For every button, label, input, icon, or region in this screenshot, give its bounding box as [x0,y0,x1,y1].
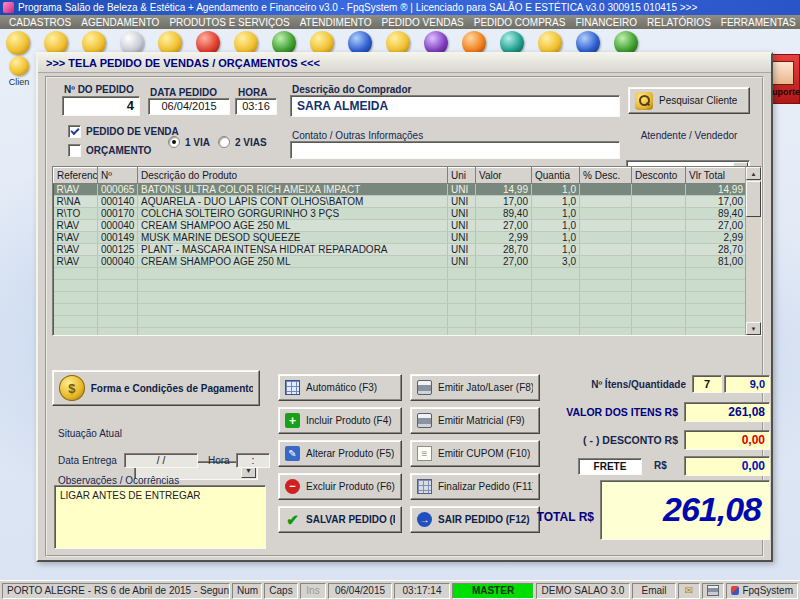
hora-entrega-field[interactable]: : [236,453,270,468]
scroll-down-icon[interactable] [746,322,761,335]
column-header[interactable]: Desconto [632,168,686,184]
desconto-field[interactable]: 0,00 [684,430,770,450]
menu-item[interactable]: ATENDIMENTO [295,17,377,28]
salvar-pedido-button[interactable]: SALVAR PEDIDO (F7) [278,506,402,533]
column-header[interactable]: Vlr Total [686,168,747,184]
finalizar-pedido-button[interactable]: Finalizar Pedido (F11) [410,473,540,500]
table-row[interactable]: R\TO000170COLCHA SOLTEIRO GORGURINHO 3 P… [54,208,747,220]
app-titlebar: Programa Salão de Beleza & Estética + Ag… [0,0,800,15]
toolbar-cliente-button[interactable]: Clien [2,56,36,87]
excluir-produto-button[interactable]: Excluir Produto (F6) [278,473,402,500]
pagamento-button[interactable]: Forma e Condições de Pagamento [52,370,260,406]
scrollbar-thumb[interactable] [746,181,761,217]
menu-item[interactable]: PEDIDO VENDAS [376,17,468,28]
itens-qty-field: 9,0 [724,375,770,393]
button-label: Excluir Produto (F6) [306,481,395,492]
incluir-produto-button[interactable]: Incluir Produto (F4) [278,407,402,434]
scroll-up-icon[interactable] [746,167,761,180]
menu-item[interactable]: CADASTROS [4,17,76,28]
printer-icon [417,380,432,395]
menu-item[interactable]: RELATÓRIOS [642,17,716,28]
table-row[interactable]: R\AV000065BATONS ULTRA COLOR RICH AMEIXA… [54,184,747,196]
status-time: 03:17:14 [394,583,450,599]
table-row[interactable]: R\AV000040CREAM SHAMPOO AGE 250 MLUNI27,… [54,256,747,268]
column-header[interactable]: % Desc. [580,168,632,184]
status-mail-icon[interactable] [678,583,700,599]
table-empty-row [54,304,747,316]
add-icon [285,413,300,428]
menu-item[interactable]: PRODUTOS E SERVIÇOS [164,17,294,28]
table-scrollbar[interactable] [745,167,761,335]
column-header[interactable]: Descrição do Produto [138,168,448,184]
valor-itens-field: 261,08 [684,402,770,422]
menu-item[interactable]: PEDIDO COMPRAS [469,17,571,28]
menu-item[interactable]: FINANCEIRO [570,17,642,28]
pedido-venda-checkbox[interactable]: PEDIDO DE VENDA [68,125,179,138]
column-header[interactable]: Referencia [54,168,98,184]
button-label: Emitir Jato/Laser (F8) [438,382,533,393]
emitir-cupom-button[interactable]: Emitir CUPOM (F10) [410,440,540,467]
status-num: Num [232,583,262,599]
button-label: Alterar Produto (F5) [306,448,394,459]
table-empty-row [54,316,747,328]
status-location: PORTO ALEGRE - RS 6 de Abril de 2015 - S… [2,583,230,599]
button-label: Finalizar Pedido (F11) [438,481,533,492]
pesquisar-cliente-label: Pesquisar Cliente [659,95,737,106]
button-label: Emitir CUPOM (F10) [438,448,530,459]
status-email[interactable]: Email [632,583,676,599]
pedido-venda-label: PEDIDO DE VENDA [86,126,179,137]
delete-icon [285,479,300,494]
envelope-icon [685,584,693,598]
hora-field[interactable]: 03:16 [235,98,277,115]
frete-rs-label: R$ [654,460,667,471]
brand-label: FpqSystem [742,584,793,598]
toolbar-icon[interactable] [6,31,30,55]
column-header[interactable]: Valor [476,168,532,184]
data-pedido-label: DATA PEDIDO [150,87,217,98]
exit-icon [417,512,432,527]
cliente-icon [9,56,29,76]
table-row[interactable]: R\AV000149MUSK MARINE DESOD SQUEEZEUNI2,… [54,232,747,244]
button-label: SALVAR PEDIDO (F7) [306,514,395,525]
column-header[interactable]: Nº [98,168,138,184]
contato-field[interactable] [290,141,620,159]
menubar-items: CADASTROSAGENDAMENTOPRODUTOS E SERVIÇOSA… [4,17,800,28]
automatico-button[interactable]: Automático (F3) [278,374,402,401]
emitir-matricial-button[interactable]: Emitir Matricial (F9) [410,407,540,434]
data-entrega-field[interactable]: / / [124,453,198,468]
table-row[interactable]: R\NA000140AQUARELA - DUO LÁPIS CONT OLHO… [54,196,747,208]
pagamento-label: Forma e Condições de Pagamento [91,383,253,394]
menu-item[interactable]: AGENDAMENTO [76,17,164,28]
situacao-label: Situação Atual [58,428,122,439]
pedido-vendas-window: >>> TELA PEDIDO DE VENDAS / ORÇAMENTOS <… [36,52,773,562]
alterar-produto-button[interactable]: Alterar Produto (F5) [278,440,402,467]
menu-item[interactable]: FERRAMENTAS [716,17,800,28]
pesquisar-cliente-button[interactable]: Pesquisar Cliente [628,87,750,114]
emitir-jato-laser-button[interactable]: Emitir Jato/Laser (F8) [410,374,540,401]
num-pedido-field[interactable]: 4 [62,96,140,116]
status-printer-icon[interactable] [702,583,724,599]
comprador-field[interactable]: SARA ALMEIDA [290,95,620,117]
printer-icon [707,585,719,596]
via1-label: 1 VIA [185,137,210,148]
column-header[interactable]: Uni [448,168,476,184]
product-grid: ReferenciaNºDescrição do ProdutoUniValor… [53,167,747,336]
via1-radio[interactable]: 1 VIA [168,136,210,148]
via2-radio[interactable]: 2 VIAS [218,136,267,148]
table-row[interactable]: R\AV000125PLANT - MÁSCARA INTENSA HIDRAT… [54,244,747,256]
frete-field[interactable]: 0,00 [684,456,770,476]
desconto-label: ( - ) DESCONTO R$ [530,434,678,446]
button-label: Automático (F3) [306,382,377,393]
column-header[interactable]: Quantia [532,168,580,184]
radio-selected-icon [168,136,180,148]
data-pedido-field[interactable]: 06/04/2015 [148,98,230,115]
frete-label: FRETE [578,458,642,475]
orcamento-checkbox[interactable]: ORÇAMENTO [68,144,151,157]
status-brand: FpqSystem [726,583,798,599]
table-empty-row [54,280,747,292]
printer-icon [417,413,432,428]
table-empty-row [54,292,747,304]
observacoes-textarea[interactable]: LIGAR ANTES DE ENTREGAR [54,485,266,549]
table-row[interactable]: R\AV000040CREAM SHAMPOO AGE 250 MLUNI27,… [54,220,747,232]
radio-unselected-icon [218,136,230,148]
